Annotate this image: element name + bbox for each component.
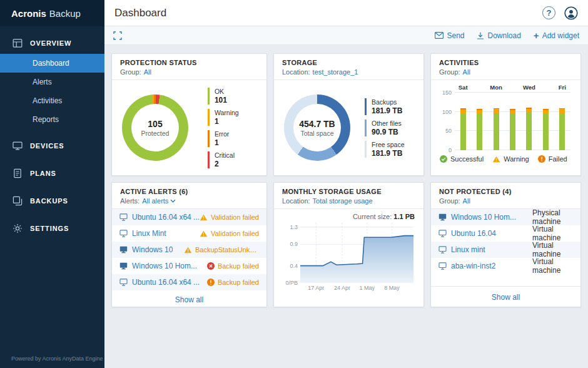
- sidebar-item-dashboard[interactable]: Dashboard: [0, 54, 104, 73]
- machine-link[interactable]: Ubuntu 16.04: [451, 229, 496, 238]
- day-label: [504, 84, 520, 93]
- alert-message: Validation failed: [211, 213, 259, 221]
- sidebar-item-label: DEVICES: [30, 142, 64, 150]
- storage-legend: Backups181.9 TBOther files90.9 TBFree sp…: [365, 98, 413, 158]
- alerts-list: Ubuntu 16.04 x64 ...Validation failedLin…: [112, 209, 266, 290]
- download-button[interactable]: Download: [477, 31, 520, 40]
- not-protected-row[interactable]: Linux mintVirtual machine: [431, 242, 580, 258]
- storage-location-filter[interactable]: test_storage_1: [313, 68, 358, 76]
- warning-icon: [200, 230, 208, 237]
- activities-bar: [488, 93, 504, 150]
- widget-title: STORAGE: [282, 59, 415, 66]
- vm-icon: [438, 262, 447, 270]
- activities-bar: [504, 93, 520, 150]
- y-axis-label: 0/PB: [281, 280, 298, 286]
- sidebar-item-activities[interactable]: Activities: [0, 91, 104, 110]
- filter-label: Group:: [120, 68, 141, 76]
- sidebar-nav: OVERVIEWDashboardAlertsActivitiesReports…: [0, 33, 104, 239]
- not-protected-row[interactable]: Windows 10 Hom...Physical machine: [431, 209, 580, 225]
- machine-type: Physical machine: [532, 208, 573, 226]
- account-icon[interactable]: [564, 6, 578, 20]
- not-protected-show-all-link[interactable]: Show all: [492, 293, 520, 302]
- machine-link[interactable]: aba-win-inst2: [451, 262, 495, 270]
- machine-icon: [438, 213, 447, 221]
- protection-legend: OK101Warning1Error1Critical2: [208, 88, 256, 168]
- storage-donut-chart: 454.7 TB Total space: [284, 95, 350, 161]
- alerts-show-all-link[interactable]: Show all: [175, 295, 203, 304]
- day-label: Sat: [455, 84, 471, 93]
- alert-machine-link[interactable]: Ubuntu 16.04 x64 ...: [132, 213, 200, 222]
- not-protected-list: Windows 10 Hom...Physical machineUbuntu …: [431, 209, 580, 274]
- plans-icon: [13, 168, 23, 178]
- protected-count: 105: [148, 119, 162, 129]
- not-protected-row[interactable]: Ubuntu 16.04Virtual machine: [431, 225, 580, 242]
- alert-message: Backup failed: [218, 262, 259, 270]
- activities-bar: [521, 93, 537, 150]
- day-label: [537, 84, 554, 93]
- widget-title: ACTIVE ALERTS (6): [120, 188, 258, 195]
- alert-row[interactable]: Linux MintValidation failed: [112, 225, 266, 242]
- failed-icon: [538, 155, 545, 163]
- machine-link[interactable]: Windows 10 Hom...: [451, 213, 516, 222]
- sidebar: Acronis Backup OVERVIEWDashboardAlertsAc…: [0, 0, 104, 368]
- warning-icon: [184, 247, 192, 253]
- not-protected-row[interactable]: aba-win-inst2Virtual machine: [431, 258, 580, 274]
- y-axis-label: 0.4: [281, 263, 298, 269]
- vm-icon: [119, 230, 128, 237]
- sidebar-item-label: PLANS: [30, 170, 56, 177]
- sidebar-item-devices[interactable]: DEVICES: [0, 135, 104, 156]
- y-axis-label: 0.9: [281, 241, 298, 247]
- devices-icon: [13, 141, 23, 151]
- not-protected-group-filter[interactable]: All: [463, 197, 470, 205]
- day-label: Mon: [488, 84, 504, 93]
- activities-group-filter[interactable]: All: [463, 68, 470, 76]
- current-size: Current size: 1.1 PB: [353, 213, 415, 220]
- plus-icon: +: [534, 33, 539, 39]
- alert-machine-link[interactable]: Windows 10: [132, 245, 173, 254]
- protection-group-filter[interactable]: All: [144, 68, 151, 76]
- alert-machine-link[interactable]: Windows 10 Hom...: [132, 262, 197, 270]
- activities-legend-success: Successful: [440, 155, 484, 163]
- machine-icon: [119, 262, 128, 270]
- filter-label: Alerts:: [120, 197, 139, 205]
- alert-machine-link[interactable]: Linux Mint: [132, 229, 166, 238]
- widget-active-alerts: ACTIVE ALERTS (6) Alerts: All alerts Ubu…: [111, 182, 267, 307]
- add-widget-button[interactable]: + Add widget: [534, 31, 579, 40]
- x-axis-label: 24 Apr: [334, 285, 350, 291]
- send-button[interactable]: Send: [435, 31, 464, 40]
- sidebar-item-reports[interactable]: Reports: [0, 110, 104, 129]
- sidebar-item-backups[interactable]: BACKUPS: [0, 190, 104, 212]
- overview-icon: [13, 38, 23, 48]
- line-chart-x-axis: 17 Apr24 Apr1 May8 May: [300, 283, 413, 292]
- vm-icon: [438, 246, 447, 253]
- sidebar-item-label: OVERVIEW: [30, 39, 71, 47]
- total-space-value: 454.7 TB: [299, 119, 335, 129]
- download-icon: [477, 32, 484, 39]
- fullscreen-icon[interactable]: [113, 31, 122, 40]
- machine-icon: [119, 246, 128, 253]
- alert-message: BackupStatusUnkno...: [195, 246, 259, 253]
- top-bar: Dashboard ?: [104, 0, 588, 26]
- machine-type: Virtual machine: [532, 225, 573, 242]
- alert-machine-link[interactable]: Ubuntu 16.04 x64 ...: [132, 278, 200, 287]
- alert-row[interactable]: Ubuntu 16.04 x64 ...Backup failed: [112, 274, 266, 290]
- alerts-filter-dropdown[interactable]: All alerts: [142, 197, 176, 205]
- sidebar-item-settings[interactable]: SETTINGS: [0, 218, 104, 239]
- vm-icon: [119, 213, 128, 221]
- help-icon[interactable]: ?: [542, 6, 555, 19]
- vm-icon: [119, 279, 128, 286]
- sidebar-item-overview[interactable]: OVERVIEW: [0, 33, 104, 54]
- failed-icon: [207, 279, 215, 286]
- alert-row[interactable]: Ubuntu 16.04 x64 ...Validation failed: [112, 209, 266, 225]
- alert-row[interactable]: Windows 10 Hom...Backup failed: [112, 258, 266, 274]
- activities-legend-warning: Warning: [492, 155, 529, 163]
- legend-item: Other files90.9 TB: [365, 120, 413, 136]
- page-title: Dashboard: [114, 7, 166, 19]
- machine-link[interactable]: Linux mint: [451, 245, 485, 254]
- app-logo[interactable]: Acronis Backup: [0, 0, 104, 26]
- alert-row[interactable]: Windows 10BackupStatusUnkno...: [112, 242, 266, 258]
- sidebar-item-plans[interactable]: PLANS: [0, 163, 104, 184]
- monthly-location-filter[interactable]: Total storage usage: [313, 197, 373, 205]
- activities-bar: [471, 93, 487, 150]
- sidebar-item-alerts[interactable]: Alerts: [0, 73, 104, 91]
